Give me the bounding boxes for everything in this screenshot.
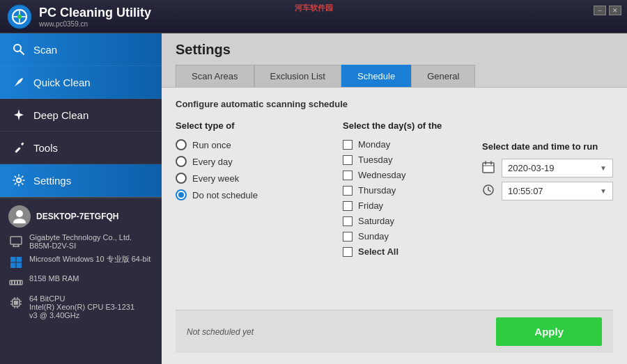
content-header: Settings Scan Areas Exclusion List Sched… — [162, 33, 627, 88]
checkbox-thursday — [343, 186, 353, 196]
checkbox-wednesday — [343, 171, 353, 180]
quick-clean-label: Quick Clean — [33, 77, 91, 88]
tools-label: Tools — [33, 142, 58, 154]
sidebar-item-scan[interactable]: Scan — [0, 33, 162, 66]
date-input[interactable]: 2020-03-19 ▼ — [502, 159, 613, 177]
main-layout: Scan Quick Clean Deep Clean — [0, 33, 627, 364]
svg-rect-21 — [20, 280, 21, 285]
svg-rect-18 — [11, 280, 13, 285]
sys-ram-row: 8158 MB RAM — [8, 274, 153, 290]
sidebar-item-deep-clean[interactable]: Deep Clean — [0, 99, 162, 132]
sys-cpu-text: 64 BitCPU Intel(R) Xeon(R) CPU E3-1231 v… — [29, 294, 134, 319]
tab-schedule[interactable]: Schedule — [341, 65, 411, 87]
broom-icon — [11, 74, 26, 90]
svg-rect-6 — [15, 147, 20, 152]
sidebar-item-settings[interactable]: Settings — [0, 164, 162, 197]
deep-clean-label: Deep Clean — [33, 109, 88, 121]
checkbox-sunday — [343, 232, 353, 242]
sidebar-item-quick-clean[interactable]: Quick Clean — [0, 66, 162, 99]
radio-circle-do-not-schedule — [176, 189, 187, 200]
title-bar-text: PC Cleaning Utility www.pc0359.cn — [39, 6, 151, 28]
check-sunday[interactable]: Sunday — [343, 231, 454, 242]
schedule-subtitle: Configure automatic scanning schedule — [176, 99, 613, 109]
radio-group: Run once Every day Every week Do no — [176, 139, 315, 200]
close-button[interactable]: ✕ — [609, 6, 621, 15]
title-bar: PC Cleaning Utility www.pc0359.cn 河车软件园 … — [0, 0, 627, 33]
sidebar: Scan Quick Clean Deep Clean — [0, 33, 162, 364]
time-row: 10:55:07 ▼ — [482, 182, 613, 200]
sys-os-row: Microsoft Windows 10 专业版 64-bit — [8, 254, 153, 270]
radio-circle-every-week — [176, 173, 187, 184]
check-thursday[interactable]: Thursday — [343, 185, 454, 196]
app-title: PC Cleaning Utility — [39, 6, 151, 20]
svg-rect-13 — [10, 257, 16, 262]
datetime-header: Select date and time to run — [482, 141, 613, 152]
checkbox-select-all — [343, 247, 353, 257]
check-friday[interactable]: Friday — [343, 200, 454, 211]
minimize-button[interactable]: – — [594, 6, 606, 15]
checkbox-monday — [343, 140, 353, 150]
content-area: Settings Scan Areas Exclusion List Sched… — [162, 33, 627, 364]
checkbox-friday — [343, 201, 353, 211]
scan-label: Scan — [33, 44, 57, 56]
sys-manufacturer-text: Gigabyte Technology Co., Ltd. B85M-D2V-S… — [29, 233, 132, 250]
svg-point-2 — [17, 15, 22, 19]
gear-icon — [11, 173, 26, 188]
user-avatar — [8, 205, 31, 228]
sys-ram-text: 8158 MB RAM — [29, 274, 79, 283]
radio-run-once[interactable]: Run once — [176, 139, 315, 150]
svg-marker-5 — [14, 109, 24, 120]
type-header: Select type of — [176, 120, 315, 131]
check-tuesday[interactable]: Tuesday — [343, 155, 454, 165]
svg-rect-9 — [10, 237, 22, 244]
checkbox-saturday — [343, 216, 353, 226]
bottom-bar: Not scheduled yet Apply — [176, 310, 613, 353]
svg-point-8 — [16, 210, 23, 217]
svg-rect-20 — [17, 280, 18, 285]
radio-do-not-schedule[interactable]: Do not schedule — [176, 189, 315, 200]
sys-cpu-row: 64 BitCPU Intel(R) Xeon(R) CPU E3-1231 v… — [8, 294, 153, 319]
settings-body: Configure automatic scanning schedule Se… — [162, 88, 627, 364]
window-controls: – ✕ — [594, 6, 621, 15]
svg-line-4 — [20, 51, 24, 54]
svg-point-7 — [17, 178, 21, 182]
schedule-type-col: Select type of Run once Every day Eve — [176, 120, 315, 310]
radio-every-week[interactable]: Every week — [176, 173, 315, 184]
tab-exclusion-list[interactable]: Exclusion List — [254, 65, 341, 87]
settings-label: Settings — [33, 175, 71, 187]
radio-every-day[interactable]: Every day — [176, 156, 315, 167]
search-icon — [11, 42, 26, 57]
tab-scan-areas[interactable]: Scan Areas — [176, 65, 254, 87]
svg-rect-19 — [14, 280, 15, 285]
watermark: 河车软件园 — [295, 3, 333, 13]
days-checkboxes: Monday Tuesday Wednesday Thursday — [343, 139, 454, 257]
check-wednesday[interactable]: Wednesday — [343, 170, 454, 180]
svg-rect-14 — [17, 257, 22, 262]
check-monday[interactable]: Monday — [343, 139, 454, 150]
check-select-all[interactable]: Select All — [343, 246, 454, 257]
sys-manufacturer-row: Gigabyte Technology Co., Ltd. B85M-D2V-S… — [8, 233, 153, 250]
schedule-grid: Select type of Run once Every day Eve — [176, 120, 613, 310]
apply-button[interactable]: Apply — [496, 317, 602, 346]
tabs: Scan Areas Exclusion List Schedule Gener… — [176, 65, 613, 87]
wrench-icon — [11, 140, 26, 155]
app-logo — [7, 4, 32, 29]
svg-rect-32 — [483, 163, 494, 173]
checkbox-tuesday — [343, 155, 353, 165]
time-input[interactable]: 10:55:07 ▼ — [502, 182, 613, 200]
sparkle-icon — [11, 107, 26, 122]
datetime-section: Select date and time to run — [482, 141, 613, 200]
check-saturday[interactable]: Saturday — [343, 216, 454, 226]
time-arrow: ▼ — [600, 187, 607, 195]
page-title: Settings — [176, 42, 613, 58]
schedule-datetime-col: Select date and time to run — [482, 120, 613, 310]
sidebar-item-tools[interactable]: Tools — [0, 132, 162, 164]
svg-rect-16 — [17, 263, 22, 269]
date-arrow: ▼ — [600, 164, 607, 172]
cpu-icon — [8, 295, 24, 310]
monitor-icon — [8, 234, 24, 249]
svg-rect-15 — [10, 263, 16, 269]
radio-circle-every-day — [176, 156, 187, 167]
tab-general[interactable]: General — [411, 65, 475, 87]
windows-icon — [8, 255, 24, 270]
